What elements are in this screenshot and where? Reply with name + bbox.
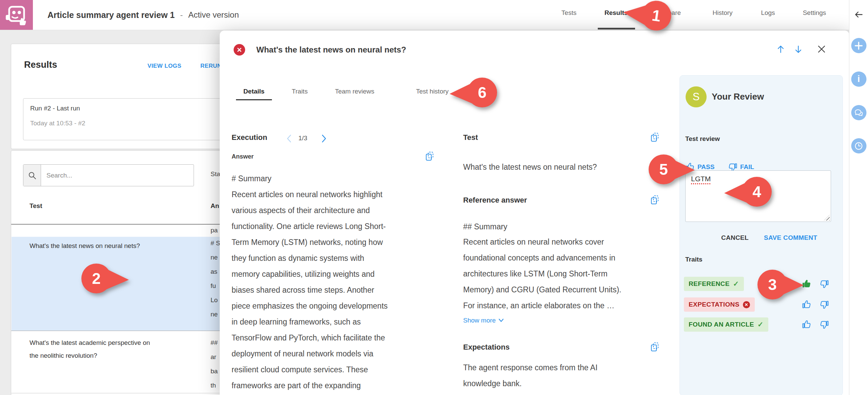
tab-tests[interactable]: Tests	[561, 9, 576, 17]
check-icon: ✓	[733, 280, 739, 288]
show-more-link[interactable]: Show more	[463, 317, 504, 324]
test-question: What's the latest news on neural nets?	[463, 159, 663, 175]
table-row-clipped-cell: pa	[211, 227, 218, 234]
modal-tab-test-history[interactable]: Test history	[416, 88, 449, 95]
results-table-card: Sta Test An pa What's the latest news on…	[11, 150, 249, 395]
collapse-arrow-icon[interactable]	[854, 9, 864, 20]
test-review-label: Test review	[685, 135, 720, 143]
cancel-button[interactable]: CANCEL	[721, 234, 749, 242]
row-answer-clipped: ## ar ba th or Ho	[211, 336, 219, 395]
right-toolbar: i	[849, 0, 868, 395]
expectations-heading: Expectations	[463, 343, 510, 352]
chevron-down-icon	[498, 318, 504, 323]
trait-thumb-up-icon[interactable]	[802, 279, 811, 289]
version-label: Active version	[188, 10, 239, 20]
comments-icon[interactable]	[851, 105, 866, 120]
copy-reference-icon[interactable]	[650, 195, 659, 205]
trait-thumb-down-icon[interactable]	[820, 320, 829, 329]
avatar: S	[686, 86, 707, 107]
plus-icon[interactable]	[851, 38, 866, 53]
title-separator: -	[180, 10, 183, 20]
expectations-text: The agent response comes from the AI kno…	[463, 360, 663, 392]
row-test-question: What's the latest academic perspective o…	[29, 336, 150, 362]
prev-result-arrow-icon[interactable]	[776, 45, 785, 55]
results-title: Results	[24, 60, 57, 70]
next-result-arrow-icon[interactable]	[794, 45, 803, 55]
execution-heading: Execution	[232, 133, 267, 142]
run-timestamp: Today at 10:53 - #2	[30, 120, 85, 127]
tab-logs[interactable]: Logs	[761, 9, 775, 17]
answer-text: # Summary Recent articles on neural netw…	[232, 171, 447, 394]
results-card: Results VIEW LOGS RERUN Run #2 - Last ru…	[11, 44, 249, 149]
traits-label: Traits	[685, 256, 703, 263]
info-icon[interactable]: i	[851, 71, 866, 87]
fail-circle-icon: ✕	[743, 301, 750, 308]
modal-tab-team-reviews[interactable]: Team reviews	[335, 88, 374, 95]
view-logs-button[interactable]: VIEW LOGS	[147, 63, 181, 69]
your-review-panel: S Your Review Test review PASS FAIL LGTM…	[679, 75, 843, 395]
reference-subheading: ## Summary	[463, 219, 507, 235]
tab-history[interactable]: History	[712, 9, 732, 17]
modal-active-tab-underline	[236, 99, 272, 100]
copy-test-icon[interactable]	[650, 132, 659, 142]
answer-label: Answer	[232, 153, 254, 160]
row-divider	[11, 393, 249, 393]
modal-tab-details[interactable]: Details	[243, 88, 264, 95]
app-logo-icon[interactable]	[0, 0, 33, 30]
copy-expectations-icon[interactable]	[650, 342, 659, 352]
status-filter-clipped[interactable]: Sta	[211, 170, 220, 178]
reference-text: Recent articles on neural networks cover…	[463, 234, 663, 314]
run-name: Run #2 - Last run	[30, 105, 80, 112]
table-header-divider	[11, 224, 249, 225]
trait-badge-reference[interactable]: REFERENCE ✓	[684, 277, 744, 291]
history-clock-icon[interactable]	[851, 138, 866, 153]
fail-status-icon: ✕	[234, 44, 245, 56]
pager-next-icon[interactable]	[321, 134, 327, 144]
search-input[interactable]	[41, 165, 194, 186]
tab-results[interactable]: Results	[605, 9, 628, 17]
app-header: Article summary agent review 1 - Active …	[0, 0, 849, 30]
trait-thumb-down-icon[interactable]	[820, 279, 829, 289]
modal-title: What's the latest news on neural nets?	[256, 44, 406, 56]
save-comment-button[interactable]: SAVE COMMENT	[764, 234, 817, 242]
close-icon[interactable]	[817, 44, 826, 55]
copy-answer-icon[interactable]	[425, 151, 434, 161]
your-review-title: Your Review	[712, 91, 764, 102]
column-header-answer-clipped: An	[211, 202, 219, 210]
row-test-question: What's the latest news on neural nets?	[29, 240, 140, 252]
run-selector[interactable]: Run #2 - Last run Today at 10:53 - #2	[23, 98, 241, 140]
test-heading: Test	[463, 133, 478, 142]
test-detail-modal: ✕ What's the latest news on neural nets?…	[220, 30, 849, 395]
pager-prev-icon[interactable]	[286, 134, 292, 144]
page-title: Article summary agent review 1	[47, 10, 175, 20]
modal-tab-traits[interactable]: Traits	[292, 88, 308, 95]
trait-thumb-up-icon[interactable]	[802, 300, 811, 309]
review-comment-input[interactable]: LGTM	[685, 170, 831, 222]
search-icon	[23, 165, 41, 186]
check-icon: ✓	[757, 320, 764, 329]
search-box	[23, 164, 194, 186]
trait-badge-expectations[interactable]: EXPECTATIONS ✕	[684, 297, 755, 312]
trait-thumb-down-icon[interactable]	[820, 300, 829, 309]
reference-answer-heading: Reference answer	[463, 196, 527, 205]
column-header-test: Test	[29, 202, 42, 210]
rerun-button[interactable]: RERUN	[200, 63, 221, 69]
tab-compare[interactable]: Compare	[654, 9, 681, 17]
row-answer-clipped: # S ne as fu Lo ne	[211, 236, 220, 321]
resize-handle[interactable]	[824, 215, 830, 221]
comment-value: LGTM	[691, 175, 711, 183]
trait-thumb-up-icon[interactable]	[802, 320, 811, 329]
active-tab-underline	[598, 28, 635, 29]
tab-settings[interactable]: Settings	[803, 9, 826, 17]
trait-badge-found-an-article[interactable]: FOUND AN ARTICLE ✓	[684, 317, 768, 332]
pager-count: 1/3	[298, 134, 307, 142]
